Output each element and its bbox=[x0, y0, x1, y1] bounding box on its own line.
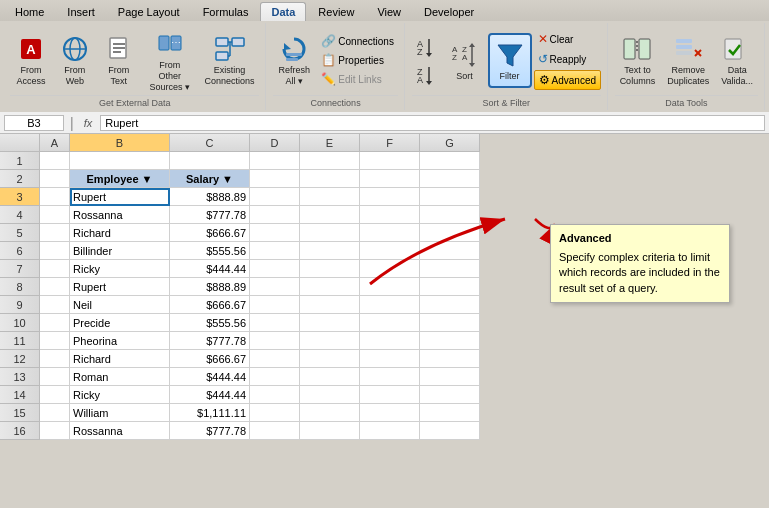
cell-3-1[interactable]: Rupert bbox=[70, 188, 170, 206]
cell-11-0[interactable] bbox=[40, 332, 70, 350]
cell-13-6[interactable] bbox=[420, 368, 480, 386]
cell-5-3[interactable] bbox=[250, 224, 300, 242]
cell-3-3[interactable] bbox=[250, 188, 300, 206]
cell-7-1[interactable]: Ricky bbox=[70, 260, 170, 278]
cell-4-4[interactable] bbox=[300, 206, 360, 224]
tab-developer[interactable]: Developer bbox=[413, 2, 485, 21]
cell-reference-box[interactable] bbox=[4, 115, 64, 131]
cell-12-1[interactable]: Richard bbox=[70, 350, 170, 368]
cell-13-4[interactable] bbox=[300, 368, 360, 386]
sort-az-button[interactable]: A Z bbox=[412, 33, 442, 59]
row-header-4[interactable]: 4 bbox=[0, 206, 40, 224]
tab-view[interactable]: View bbox=[366, 2, 412, 21]
tab-data[interactable]: Data bbox=[260, 2, 306, 21]
cell-11-1[interactable]: Pheorina bbox=[70, 332, 170, 350]
cell-14-3[interactable] bbox=[250, 386, 300, 404]
cell-8-6[interactable] bbox=[420, 278, 480, 296]
sort-button[interactable]: A Z Z A Sort bbox=[444, 36, 486, 85]
cell-16-1[interactable]: Rossanna bbox=[70, 422, 170, 440]
from-web-button[interactable]: FromWeb bbox=[54, 30, 96, 90]
cell-9-0[interactable] bbox=[40, 296, 70, 314]
cell-6-3[interactable] bbox=[250, 242, 300, 260]
cell-14-0[interactable] bbox=[40, 386, 70, 404]
cell-9-1[interactable]: Neil bbox=[70, 296, 170, 314]
cell-8-4[interactable] bbox=[300, 278, 360, 296]
cell-2-5[interactable] bbox=[360, 170, 420, 188]
cell-15-3[interactable] bbox=[250, 404, 300, 422]
properties-button[interactable]: 📋 Properties bbox=[317, 51, 398, 69]
row-header-14[interactable]: 14 bbox=[0, 386, 40, 404]
sort-za-button[interactable]: Z A bbox=[412, 61, 442, 87]
cell-8-5[interactable] bbox=[360, 278, 420, 296]
cell-4-6[interactable] bbox=[420, 206, 480, 224]
cell-5-1[interactable]: Richard bbox=[70, 224, 170, 242]
cell-13-3[interactable] bbox=[250, 368, 300, 386]
cell-11-3[interactable] bbox=[250, 332, 300, 350]
col-header-e[interactable]: E bbox=[300, 134, 360, 152]
cell-16-3[interactable] bbox=[250, 422, 300, 440]
reapply-button[interactable]: ↺ Reapply bbox=[534, 50, 601, 68]
cell-16-5[interactable] bbox=[360, 422, 420, 440]
row-header-7[interactable]: 7 bbox=[0, 260, 40, 278]
cell-6-2[interactable]: $555.56 bbox=[170, 242, 250, 260]
row-header-10[interactable]: 10 bbox=[0, 314, 40, 332]
cell-14-6[interactable] bbox=[420, 386, 480, 404]
cell-11-6[interactable] bbox=[420, 332, 480, 350]
row-header-15[interactable]: 15 bbox=[0, 404, 40, 422]
corner-header[interactable] bbox=[0, 134, 40, 152]
cell-7-6[interactable] bbox=[420, 260, 480, 278]
cell-13-5[interactable] bbox=[360, 368, 420, 386]
data-validation-button[interactable]: DataValida... bbox=[716, 30, 758, 90]
cell-4-0[interactable] bbox=[40, 206, 70, 224]
row-header-3[interactable]: 3 bbox=[0, 188, 40, 206]
from-text-button[interactable]: FromText bbox=[98, 30, 140, 90]
cell-7-2[interactable]: $444.44 bbox=[170, 260, 250, 278]
cell-10-0[interactable] bbox=[40, 314, 70, 332]
cell-11-5[interactable] bbox=[360, 332, 420, 350]
row-header-11[interactable]: 11 bbox=[0, 332, 40, 350]
existing-connections-button[interactable]: ExistingConnections bbox=[200, 30, 260, 90]
formula-input[interactable] bbox=[100, 115, 765, 131]
cell-5-6[interactable] bbox=[420, 224, 480, 242]
cell-11-4[interactable] bbox=[300, 332, 360, 350]
remove-duplicates-button[interactable]: RemoveDuplicates bbox=[662, 30, 714, 90]
cell-12-3[interactable] bbox=[250, 350, 300, 368]
cell-6-0[interactable] bbox=[40, 242, 70, 260]
cell-13-2[interactable]: $444.44 bbox=[170, 368, 250, 386]
cell-5-4[interactable] bbox=[300, 224, 360, 242]
cell-10-6[interactable] bbox=[420, 314, 480, 332]
cell-1-4[interactable] bbox=[300, 152, 360, 170]
cell-2-0[interactable] bbox=[40, 170, 70, 188]
cell-9-3[interactable] bbox=[250, 296, 300, 314]
cell-2-2[interactable]: Salary ▼ bbox=[170, 170, 250, 188]
cell-10-1[interactable]: Precide bbox=[70, 314, 170, 332]
cell-9-4[interactable] bbox=[300, 296, 360, 314]
cell-11-2[interactable]: $777.78 bbox=[170, 332, 250, 350]
cell-4-3[interactable] bbox=[250, 206, 300, 224]
cell-7-5[interactable] bbox=[360, 260, 420, 278]
col-header-a[interactable]: A bbox=[40, 134, 70, 152]
cell-12-0[interactable] bbox=[40, 350, 70, 368]
cell-15-5[interactable] bbox=[360, 404, 420, 422]
edit-links-button[interactable]: ✏️ Edit Links bbox=[317, 70, 398, 88]
cell-12-2[interactable]: $666.67 bbox=[170, 350, 250, 368]
col-header-g[interactable]: G bbox=[420, 134, 480, 152]
cell-6-6[interactable] bbox=[420, 242, 480, 260]
col-header-b[interactable]: B bbox=[70, 134, 170, 152]
cell-8-1[interactable]: Rupert bbox=[70, 278, 170, 296]
cell-6-1[interactable]: Billinder bbox=[70, 242, 170, 260]
cell-10-4[interactable] bbox=[300, 314, 360, 332]
cell-4-2[interactable]: $777.78 bbox=[170, 206, 250, 224]
col-header-f[interactable]: F bbox=[360, 134, 420, 152]
cell-7-4[interactable] bbox=[300, 260, 360, 278]
cell-8-0[interactable] bbox=[40, 278, 70, 296]
row-header-5[interactable]: 5 bbox=[0, 224, 40, 242]
col-header-c[interactable]: C bbox=[170, 134, 250, 152]
cell-10-2[interactable]: $555.56 bbox=[170, 314, 250, 332]
cell-10-5[interactable] bbox=[360, 314, 420, 332]
col-header-d[interactable]: D bbox=[250, 134, 300, 152]
cell-16-2[interactable]: $777.78 bbox=[170, 422, 250, 440]
connections-button[interactable]: 🔗 Connections bbox=[317, 32, 398, 50]
cell-9-2[interactable]: $666.67 bbox=[170, 296, 250, 314]
refresh-all-button[interactable]: RefreshAll ▾ bbox=[273, 30, 315, 90]
